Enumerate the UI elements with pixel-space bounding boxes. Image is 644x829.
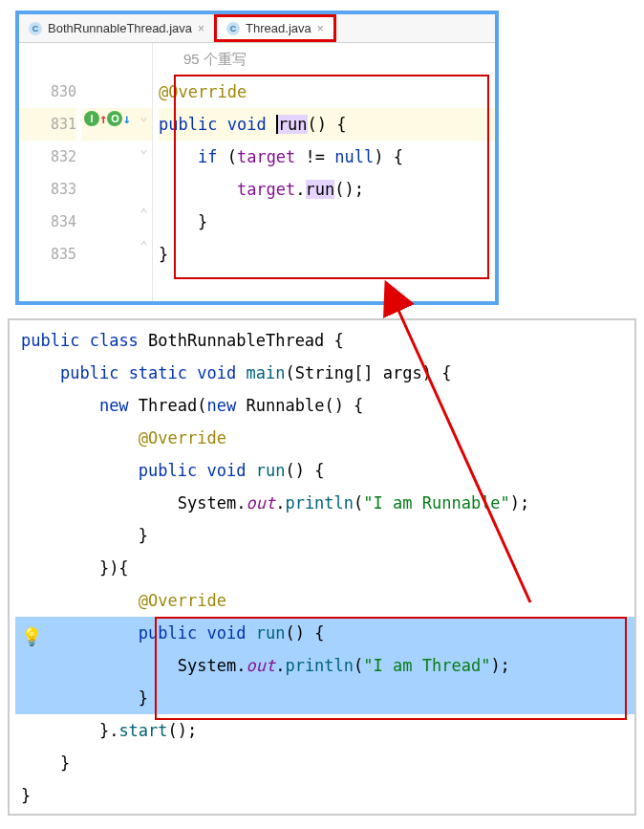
line-gutter: 830 831 832 833 834 835 (19, 43, 82, 301)
fold-region-icon[interactable]: ⌄ (136, 108, 152, 123)
fold-region-icon[interactable]: ⌄ (136, 141, 152, 156)
bothrunnablethread-editor-panel: 💡 public class BothRunnableThread { publ… (8, 318, 636, 816)
code-area-bottom[interactable]: public class BothRunnableThread { public… (10, 324, 634, 812)
line-number: 835 (19, 238, 76, 271)
code-line[interactable]: new Thread(new Runnable() { (15, 389, 634, 422)
thread-java-editor-panel: C BothRunnableThread.java × C Thread.jav… (15, 11, 499, 305)
marker-column: I↑O↓ (82, 43, 136, 301)
code-area-top[interactable]: 95 个重写 @Override public void run() { if … (153, 43, 495, 301)
code-editor-top[interactable]: 830 831 832 833 834 835 I↑O↓ ⌄ ⌄ ⌃ ⌃ 95 … (19, 43, 495, 301)
code-line[interactable]: public void run() { (15, 454, 634, 487)
tab-thread[interactable]: C Thread.java × (214, 14, 336, 42)
code-line[interactable]: } (15, 747, 634, 779)
code-line[interactable]: target.run(); (159, 173, 495, 206)
code-line[interactable]: } (15, 682, 634, 714)
code-line[interactable]: }){ (15, 552, 634, 584)
line-number: 833 (19, 173, 76, 206)
code-line[interactable]: public static void main(String[] args) { (15, 357, 634, 389)
code-line[interactable]: } (159, 206, 495, 238)
fold-end-icon[interactable]: ⌃ (136, 206, 152, 221)
fold-column: ⌄ ⌄ ⌃ ⌃ (136, 43, 153, 301)
code-line[interactable]: @Override (15, 584, 634, 617)
overridden-marker-icon[interactable]: O (107, 111, 122, 126)
close-icon[interactable]: × (198, 22, 204, 35)
line-number: 832 (19, 141, 76, 173)
code-line[interactable]: } (15, 779, 634, 812)
override-hint[interactable]: 95 个重写 (159, 43, 495, 76)
code-line[interactable]: public void run() { (159, 108, 495, 141)
java-class-icon: C (29, 22, 42, 35)
code-line[interactable]: @Override (15, 422, 634, 454)
fold-end-icon[interactable]: ⌃ (136, 238, 152, 253)
arrow-up-icon: ↑ (99, 111, 107, 126)
code-line[interactable]: } (159, 238, 495, 271)
code-line[interactable]: public class BothRunnableThread { (15, 324, 634, 357)
line-number: 830 (19, 76, 76, 108)
tab-label: BothRunnableThread.java (48, 21, 192, 35)
arrow-down-icon: ↓ (122, 111, 130, 126)
code-line[interactable]: public void run() { (15, 617, 634, 649)
code-editor-bottom[interactable]: 💡 public class BothRunnableThread { publ… (10, 320, 634, 814)
code-line[interactable]: }.start(); (15, 714, 634, 747)
bottom-gutter: 💡 (10, 320, 48, 814)
code-line[interactable]: if (target != null) { (159, 141, 495, 173)
implements-marker-icon[interactable]: I (84, 111, 99, 126)
code-line[interactable]: System.out.println("I am Runnable"); (15, 487, 634, 519)
tab-label: Thread.java (246, 21, 311, 35)
java-class-icon: C (226, 22, 240, 35)
tab-bothrunnablethread[interactable]: C BothRunnableThread.java × (19, 14, 214, 42)
intention-bulb-icon[interactable]: 💡 (21, 621, 42, 653)
code-line[interactable]: System.out.println("I am Thread"); (15, 649, 634, 682)
line-number: 831 (19, 108, 76, 141)
line-number: 834 (19, 206, 76, 238)
code-line[interactable]: } (15, 519, 634, 552)
close-icon[interactable]: × (317, 22, 324, 35)
editor-tabs: C BothRunnableThread.java × C Thread.jav… (19, 14, 495, 43)
code-line[interactable]: @Override (159, 76, 495, 108)
